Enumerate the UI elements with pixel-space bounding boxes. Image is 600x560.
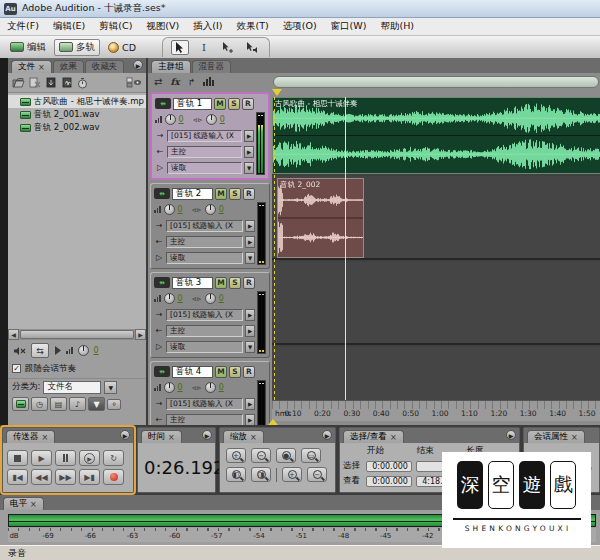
dropdown-icon[interactable]: ▼ [245,252,255,264]
automation-icon[interactable]: ▷ [154,253,164,262]
track-name-field[interactable]: 音轨 4 [172,366,213,378]
dropdown-icon[interactable]: ▼ [244,162,254,174]
close-icon[interactable]: × [250,433,257,442]
track-block-3[interactable]: ⇻音轨 3MSR0⊲⊳0→[015] 线路输入 (X▶←主控▶▷读取▼ [150,272,270,358]
tab-time[interactable]: 时间× [141,430,182,443]
routing-icon[interactable]: ↱ [188,77,196,87]
track-block-1[interactable]: ⇻音轨 1MSR0⊲⊳0→[015] 线路输入 (X▶←主控▶▷读取▼ [150,92,270,180]
track-input-select[interactable]: [015] 线路输入 (X [166,220,243,232]
panel-menu-icon[interactable]: ▶ [322,430,332,440]
tab-selection-view[interactable]: 选择/查看× [343,430,404,443]
automation-mode-select[interactable]: 读取 [167,162,242,174]
track-output-select[interactable]: 主控 [166,325,243,337]
arrow-right-icon[interactable]: ▶ [245,414,255,426]
show-audio-files-button[interactable] [12,397,29,411]
move-clip-tool[interactable] [219,40,237,55]
files-tab-1[interactable]: 效果 [53,60,84,73]
cd-view-button[interactable]: CD [104,41,140,54]
scrub-tool[interactable] [243,40,261,55]
menu-item-3[interactable]: 视图(V) [139,20,186,33]
panel-menu-icon[interactable]: ▶ [506,430,516,440]
clip-area[interactable]: 古风歌曲 - 相思十诫伴奏 音轨 2_002 [272,97,600,400]
route-out-icon[interactable]: ← [155,147,165,156]
selection-cursor-tool[interactable] [171,40,189,55]
track-name-field[interactable]: 音轨 1 [173,98,212,110]
track4-lane[interactable] [272,347,600,400]
timeline-ruler[interactable]: hms 0:100:200:300:400:501:001:101:201:30… [272,400,600,421]
route-in-icon[interactable]: → [155,131,165,140]
close-icon[interactable]: × [38,63,45,72]
main-group-tab-1[interactable]: 混音器 [192,60,232,73]
edit-view-button[interactable]: 编辑 [6,40,50,55]
zoom-selection-button[interactable]: ● [276,448,296,463]
route-out-icon[interactable]: ← [154,237,164,246]
swap-arrows-icon[interactable]: ⇄ [154,76,162,87]
track-input-select[interactable]: [015] 线路输入 (X [167,130,242,142]
files-tab-0[interactable]: 文件× [11,60,52,73]
track2-lane[interactable]: 音轨 2_002 [272,176,600,260]
panel-menu-icon[interactable]: ▶ [202,430,212,440]
sort-dropdown-icon[interactable]: ▼ [104,381,117,394]
follow-tempo-checkbox[interactable]: ✓ [12,364,21,373]
mute-button[interactable]: M [214,98,226,110]
import-audio-icon[interactable] [61,77,73,88]
panel-menu-icon[interactable]: ▶ [133,60,143,70]
menu-item-7[interactable]: 窗口(W) [324,20,374,33]
scrollbar-thumb[interactable] [20,330,134,339]
track-input-select[interactable]: [015] 线路输入 (X [166,309,243,321]
close-icon[interactable]: × [30,500,37,509]
preview-play-icon[interactable] [54,346,61,355]
session-start-marker-icon[interactable] [272,89,282,96]
main-group-tab-0[interactable]: 主群组 [151,60,191,73]
tab-session-properties[interactable]: 会话属性× [527,430,585,443]
file-item[interactable]: 音轨 2_001.wav [8,108,146,121]
key-icon[interactable]: ⚬ [107,399,121,410]
preview-volume-knob[interactable] [78,345,89,356]
pan-knob[interactable] [205,204,216,215]
import-folder-icon[interactable] [12,77,25,88]
track-output-select[interactable]: 主控 [166,236,243,248]
meters-icon[interactable] [203,77,214,86]
route-in-icon[interactable]: → [154,310,164,319]
volume-knob[interactable] [164,204,175,215]
close-file-icon[interactable] [29,77,41,88]
pan-knob[interactable] [205,293,216,304]
record-arm-button[interactable]: R [243,188,255,200]
track-block-2[interactable]: ⇻音轨 2MSR0⊲⊳0→[015] 线路输入 (X▶←主控▶▷读取▼ [150,183,270,269]
dropdown-icon[interactable]: ▼ [245,341,255,353]
tab-zoom[interactable]: 缩放× [223,430,264,443]
fx-icon[interactable]: fx [170,77,179,87]
arrow-right-icon[interactable]: ▶ [245,325,255,337]
close-icon[interactable]: × [390,433,397,442]
zoom-out-vertical-button[interactable]: − [307,467,327,482]
zoom-full-button[interactable]: ▭ [301,448,321,463]
menu-item-6[interactable]: 选项(O) [276,20,324,33]
track-output-select[interactable]: 主控 [167,146,242,158]
go-to-start-button[interactable]: ▮◀ [7,469,28,485]
tab-levels[interactable]: 电平× [3,497,44,510]
track-block-4[interactable]: ⇻音轨 4MSR0⊲⊳0→[015] 线路输入 (X▶←主控▶▷读取▼ [150,361,270,425]
file-item[interactable]: 音轨 2_002.wav [8,121,146,134]
solo-button[interactable]: S [228,98,240,110]
track-arm-icon[interactable]: ⇻ [154,366,170,377]
start-field[interactable]: 0:00.000 [366,461,412,472]
menu-item-0[interactable]: 文件(F) [0,20,46,33]
arrow-right-icon[interactable]: ▶ [245,398,255,410]
arrow-right-icon[interactable]: ▶ [244,146,254,158]
files-tab-2[interactable]: 收藏夹 [85,60,125,73]
record-button[interactable] [103,469,124,485]
files-horizontal-scrollbar[interactable]: ◀ ▶ [8,329,146,340]
zoom-in-vertical-button[interactable]: + [282,467,302,482]
play-button[interactable]: ▶ [31,450,52,466]
panel-menu-icon[interactable]: ▶ [120,430,130,440]
track3-lane[interactable] [272,262,600,345]
automation-mode-select[interactable]: 读取 [166,341,243,353]
stop-button[interactable] [7,450,28,466]
multitrack-view-button[interactable]: 多轨 [54,39,100,56]
zoom-right-edge-button[interactable]: ◨ [251,467,271,482]
clip-track2[interactable]: 音轨 2_002 [277,178,364,258]
solo-button[interactable]: S [229,366,241,378]
clip-track1[interactable]: 古风歌曲 - 相思十诫伴奏 [272,97,600,174]
menu-item-5[interactable]: 效果(T) [230,20,276,33]
record-arm-button[interactable]: R [243,277,255,289]
